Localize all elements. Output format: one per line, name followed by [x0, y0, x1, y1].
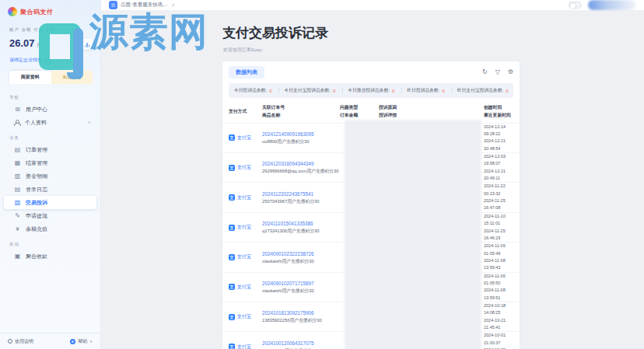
pencil-icon: ✎: [14, 213, 21, 219]
avatar: [70, 339, 75, 344]
order-link[interactable]: 2024090102071715897: [262, 280, 340, 288]
row-times: 2024-12-14 09:28:222024-12-21 20:48:54: [484, 124, 520, 152]
help-menu-button[interactable]: 帮助 ∨: [70, 338, 93, 345]
info-icon: [8, 339, 12, 344]
usage-guide-button[interactable]: 使用说明: [8, 338, 33, 345]
alipay-icon: 支: [229, 314, 235, 320]
page-title: 支付交易投诉记录: [222, 24, 520, 42]
complaint-stats-bar: 今日投诉总条数:0 今日支付宝投诉总条数:0 今日微信投诉总条数:0 昨日投诉总…: [229, 83, 513, 98]
alipay-icon: 支: [229, 134, 235, 141]
app-logo-icon: [8, 7, 17, 16]
order-link[interactable]: 2024111015041335386: [262, 220, 340, 228]
sidebar-item-user-center[interactable]: ⊞ 用户中心: [4, 103, 96, 116]
document-icon: ▤: [14, 187, 21, 193]
page-subtitle: 欢迎使用芒果Epay: [223, 47, 520, 54]
tab-verification[interactable]: 实名认证: [51, 71, 93, 84]
row-times: 2024-10-18 14:08:252024-10-21 21:45:41: [484, 302, 520, 331]
row-times: 2024-11-06 01:05:492024-11-08 13:59:43: [484, 243, 520, 271]
pay-method: 支支付宝: [229, 253, 262, 260]
row-times: 2024-10-01 21:00:372024-10-25 23:19:59: [484, 332, 520, 349]
nav-section-label: 其他: [0, 236, 100, 250]
balance-unit: 元: [37, 43, 41, 47]
app-logo[interactable]: 聚合码支付: [0, 0, 100, 16]
order-link[interactable]: 2024120316094344349: [262, 160, 340, 168]
sidebar-item-trade-complaints[interactable]: ▧ 交易投诉: [4, 196, 96, 209]
row-times: 2024-11-10 15:11:012024-11-25 16:46:23: [484, 213, 520, 242]
data-list-card: 数据列表 ↻ ▽ ⚙ 今日投诉总条数:0 今日支付宝投诉总条数:0 今日微信投诉…: [222, 61, 520, 349]
chevron-right-icon: ›: [88, 119, 90, 126]
product-name: xiaokaishi用户充值积分30: [262, 258, 340, 265]
stat-value: 0: [392, 89, 394, 93]
order-link[interactable]: 2024090102322238726: [262, 250, 340, 258]
document-icon: ▤: [14, 147, 21, 153]
bind-wallet-link[interactable]: 请绑定企业钱包: [9, 57, 42, 64]
row-times: 2024-11-06 01:05:502024-11-08 13:59:51: [484, 273, 520, 302]
sidebar-footer: 使用说明 帮助 ∨: [0, 333, 100, 349]
sidebar-item-funds-detail[interactable]: ▥ 资金明细: [4, 169, 96, 183]
row-times: 2024-12-03 19:58:072024-12-21 20:49:11: [484, 153, 520, 182]
account-summary: 账户 余额 可用 金额 26.07元 请绑定企业钱包 商家资料 实名认证: [0, 16, 100, 84]
app-logo-text: 聚合码支付: [20, 8, 54, 16]
pay-method: 支支付宝: [229, 344, 262, 349]
topbar: ☰ 点我·查看服务快讯… ↗: [101, 0, 644, 11]
stat-value: 0: [333, 89, 335, 93]
pay-method: 支支付宝: [229, 134, 262, 141]
sidebar-item-recharge[interactable]: ¥ 余额充值: [4, 222, 96, 236]
order-link[interactable]: 2024112202243675541: [262, 190, 340, 198]
theme-toggle[interactable]: [569, 2, 582, 9]
sidebar-item-login-log[interactable]: ▤ 登录日志: [4, 183, 96, 196]
stats-chart-button[interactable]: [82, 39, 93, 50]
sidebar: 聚合码支付 账户 余额 可用 金额 26.07元 请绑定企业钱包 商家资料 实名…: [0, 0, 101, 349]
product-name: 13835902256用户充值积分30: [262, 317, 340, 324]
product-name: q173241306用户充值积分30: [262, 228, 340, 235]
account-balance: 26.07元: [9, 36, 41, 50]
stat-value: 0: [506, 89, 508, 93]
sidebar-item-profile[interactable]: 个人资料 ›: [4, 116, 96, 129]
alipay-icon: 支: [229, 165, 235, 171]
product-name: uu8800用户充值积分30: [262, 138, 340, 145]
stat-value: 0: [269, 89, 271, 93]
sidebar-item-orders[interactable]: ▤ 订单管理: [4, 143, 96, 156]
pay-method: 支支付宝: [229, 194, 262, 201]
stat-value: 0: [443, 89, 445, 93]
account-tabs: 商家资料 实名认证: [9, 71, 93, 84]
external-link-icon: ↗: [171, 2, 175, 8]
sidebar-item-aggregate-collect[interactable]: ▣ 聚合收款: [4, 250, 96, 263]
announcement-link[interactable]: ☰ 点我·查看服务快讯… ↗: [109, 1, 175, 9]
chevron-down-icon: ∨: [89, 339, 93, 344]
complaints-table: 支付方式 关联订单号商品名称 问题类型订单金额 投诉原因投诉详情 创建时间最近更…: [222, 101, 520, 349]
row-times: 2024-11-22 00:23:322024-11-25 16:47:08: [484, 183, 520, 211]
redacted-columns-blur: [345, 120, 481, 349]
refresh-icon[interactable]: ↻: [482, 69, 488, 75]
document-icon: ▥: [14, 173, 21, 180]
tab-merchant-profile[interactable]: 商家资料: [9, 71, 51, 84]
qr-icon: ▣: [14, 253, 21, 260]
account-meta: 账户 余额 可用 金额: [9, 27, 93, 33]
filter-icon[interactable]: ▽: [495, 69, 500, 75]
nav-section-label: 业务: [0, 129, 100, 143]
pay-method: 支支付宝: [229, 313, 262, 320]
gear-icon[interactable]: ⚙: [508, 69, 513, 75]
alipay-icon: 支: [229, 344, 235, 349]
order-link[interactable]: 2024121409091963095: [262, 131, 340, 138]
nav-section-label: 导航: [0, 89, 100, 103]
yen-icon: ¥: [14, 226, 21, 232]
pay-method: 支支付宝: [229, 224, 262, 231]
alipay-icon: 支: [229, 284, 235, 290]
product-name: 2629696668@qq.com用户充值积分30: [262, 168, 340, 175]
order-link[interactable]: 2024100120064317075: [262, 340, 340, 347]
alipay-icon: 支: [229, 254, 235, 260]
product-name: 2507043967用户充值积分30: [262, 198, 340, 205]
user-account-pill[interactable]: [588, 0, 636, 10]
document-icon: ▦: [14, 160, 21, 166]
order-link[interactable]: 2024101813092175906: [262, 309, 340, 317]
copy-icon[interactable]: [44, 58, 49, 63]
grid-icon: ⊞: [14, 106, 21, 113]
sidebar-item-settlement[interactable]: ▦ 结算管理: [4, 156, 96, 169]
alipay-icon: 支: [229, 225, 235, 231]
data-list-chip: 数据列表: [229, 66, 264, 79]
sidebar-item-withdraw-apply[interactable]: ✎ 申请提现: [4, 209, 96, 222]
pay-method: 支支付宝: [229, 284, 262, 291]
product-name: xiaokaishi用户充值积分30: [262, 288, 340, 295]
complaint-icon: ▧: [14, 200, 21, 206]
